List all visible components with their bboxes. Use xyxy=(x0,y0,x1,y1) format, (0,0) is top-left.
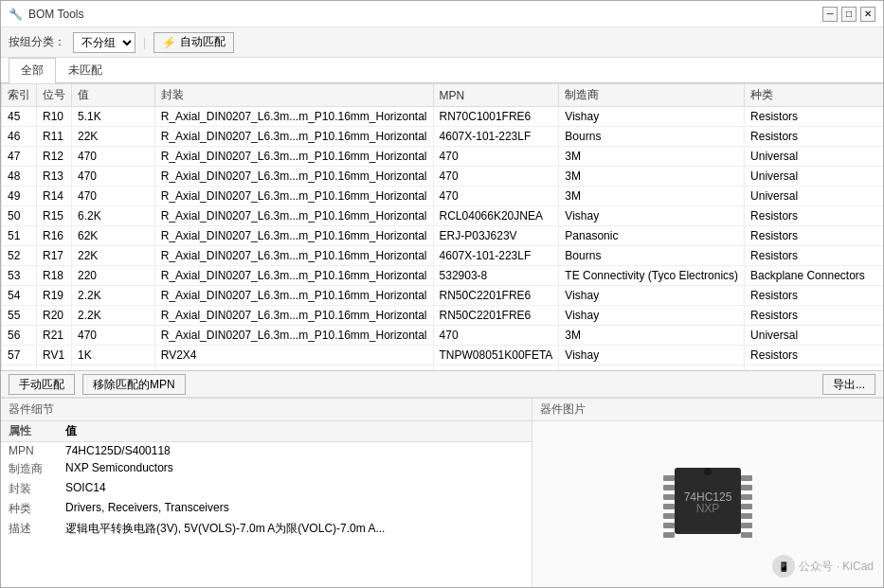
tab-unmatched[interactable]: 未匹配 xyxy=(56,58,115,82)
table-row[interactable]: 48R13470R_Axial_DIN0207_L6.3m...m_P10.16… xyxy=(2,167,884,187)
cell-mfr: 3M xyxy=(559,326,745,346)
cell-mfr: Vishay xyxy=(559,306,745,326)
table-row[interactable]: 57RV11KRV2X4TNPW08051K00FETAVishayResist… xyxy=(2,346,884,365)
cell-pkg: R_Axial_DIN0207_L6.3m...m_P10.16mm_Horiz… xyxy=(154,246,433,266)
cell-mfr: Vishay xyxy=(559,346,745,365)
cell-mfr: 3M xyxy=(559,147,745,167)
cell-mpn: 532903-8 xyxy=(433,266,559,286)
cell-idx: 51 xyxy=(2,226,37,246)
tabs-bar: 全部 未匹配 xyxy=(1,58,883,83)
cell-ref: R20 xyxy=(37,306,72,326)
cell-val: 22K xyxy=(72,246,155,266)
watermark: 📱 公众号 · KiCad xyxy=(772,555,874,578)
table-row[interactable]: 49R14470R_Axial_DIN0207_L6.3m...m_P10.16… xyxy=(2,187,884,206)
table-row[interactable]: 51R1662KR_Axial_DIN0207_L6.3m...m_P10.16… xyxy=(2,226,884,246)
cell-mpn: RN50C2201FRE6 xyxy=(433,306,559,326)
remove-match-button[interactable]: 移除匹配的MPN xyxy=(82,374,186,395)
main-content: 索引 位号 值 封装 MPN 制造商 种类 45R105.1KR_Axial_D… xyxy=(1,83,883,587)
detail-row: MPN74HC125D/S400118 xyxy=(1,442,532,460)
group-select[interactable]: 不分组 xyxy=(73,32,135,53)
cell-pkg: R_Axial_DIN0207_L6.3m...m_P10.16mm_Horiz… xyxy=(154,226,433,246)
cell-pkg: R_Axial_DIN0207_L6.3m...m_P10.16mm_Horiz… xyxy=(154,206,433,226)
maximize-button[interactable]: □ xyxy=(841,7,857,22)
svg-rect-9 xyxy=(741,485,752,490)
cell-val: 2.2K xyxy=(72,306,155,326)
manual-match-button[interactable]: 手动匹配 xyxy=(9,374,75,395)
table-row[interactable]: 45R105.1KR_Axial_DIN0207_L6.3m...m_P10.1… xyxy=(2,107,884,127)
wm-icon: 📱 xyxy=(772,555,795,578)
minimize-button[interactable]: ─ xyxy=(822,7,838,22)
window-icon: 🔧 xyxy=(9,8,23,21)
cell-val: 62K xyxy=(72,226,155,246)
detail-prop-name: 制造商 xyxy=(1,459,58,479)
detail-prop-name: 封装 xyxy=(1,479,58,499)
cell-val: 1K xyxy=(72,346,155,365)
cell-mpn: 470 xyxy=(433,187,559,206)
table-row[interactable]: 56R21470R_Axial_DIN0207_L6.3m...m_P10.16… xyxy=(2,326,884,346)
cell-mfr: 3M xyxy=(559,187,745,206)
detail-prop-value: Drivers, Receivers, Transceivers xyxy=(58,499,532,519)
auto-match-icon: ⚡ xyxy=(162,36,176,49)
detail-right: 器件图片 xyxy=(532,399,883,587)
cell-mfr: Panasonic xyxy=(559,226,745,246)
cell-ref: R18 xyxy=(37,266,72,286)
col-header-cat: 种类 xyxy=(745,84,883,107)
auto-match-button[interactable]: ⚡ 自动匹配 xyxy=(153,32,234,53)
detail-prop-name: MPN xyxy=(1,442,58,460)
tab-all[interactable]: 全部 xyxy=(9,58,56,83)
detail-prop-value: 74HC125D/S400118 xyxy=(58,442,532,460)
table-row[interactable]: 50R156.2KR_Axial_DIN0207_L6.3m...m_P10.1… xyxy=(2,206,884,226)
cell-pkg: R_Axial_DIN0207_L6.3m...m_P10.16mm_Horiz… xyxy=(154,266,433,286)
svg-rect-10 xyxy=(741,494,752,500)
cell-mpn: 470 xyxy=(433,326,559,346)
cell-pkg: RV2X4 xyxy=(154,346,433,365)
cell-pkg: R_Axial_DIN0207_L6.3m...m_P10.16mm_Horiz… xyxy=(154,306,433,326)
cell-mpn: RN50C2201FRE6 xyxy=(433,286,559,306)
detail-row: 制造商NXP Semiconductors xyxy=(1,459,532,479)
cell-idx: 45 xyxy=(2,107,37,127)
cell-ref: R19 xyxy=(37,286,72,306)
detail-prop-value: NXP Semiconductors xyxy=(58,459,532,479)
col-header-mfr: 制造商 xyxy=(559,84,745,107)
cell-cat: Resistors xyxy=(745,306,883,326)
table-row[interactable]: 46R1122KR_Axial_DIN0207_L6.3m...m_P10.16… xyxy=(2,127,884,147)
cell-ref: RV1 xyxy=(37,346,72,365)
svg-point-15 xyxy=(704,468,712,475)
cell-val: 470 xyxy=(72,147,155,167)
separator: | xyxy=(143,36,146,49)
cell-mfr: Vishay xyxy=(559,206,745,226)
detail-row: 种类Drivers, Receivers, Transceivers xyxy=(1,499,532,519)
cell-pkg: R_Axial_DIN0207_L6.3m...m_P10.16mm_Horiz… xyxy=(154,187,433,206)
detail-prop-value: SOIC14 xyxy=(58,479,532,499)
title-bar: 🔧 BOM Tools ─ □ ✕ xyxy=(1,1,883,27)
cell-idx: 56 xyxy=(2,326,37,346)
watermark-text: 公众号 · KiCad xyxy=(799,559,874,575)
cell-mfr: Bourns xyxy=(559,127,745,147)
cell-ref: R10 xyxy=(37,107,72,127)
close-button[interactable]: ✕ xyxy=(860,7,875,22)
cell-ref: R16 xyxy=(37,226,72,246)
export-button[interactable]: 导出... xyxy=(822,374,875,395)
table-row[interactable]: 53R18220R_Axial_DIN0207_L6.3m...m_P10.16… xyxy=(2,266,884,286)
cell-val: 220 xyxy=(72,266,155,286)
svg-rect-4 xyxy=(663,504,675,509)
detail-prop-value: 值 xyxy=(58,421,532,442)
cell-cat: Resistors xyxy=(745,107,883,127)
table-area[interactable]: 索引 位号 值 封装 MPN 制造商 种类 45R105.1KR_Axial_D… xyxy=(1,83,883,371)
cell-ref: R11 xyxy=(37,127,72,147)
detail-row: 属性值 xyxy=(1,421,532,442)
cell-cat: Backplane Connectors xyxy=(745,266,883,286)
svg-text:NXP: NXP xyxy=(696,502,720,515)
cell-idx: 50 xyxy=(2,206,37,226)
table-row[interactable]: 55R202.2KR_Axial_DIN0207_L6.3m...m_P10.1… xyxy=(2,306,884,326)
cell-val: 470 xyxy=(72,167,155,187)
table-row[interactable]: 52R1722KR_Axial_DIN0207_L6.3m...m_P10.16… xyxy=(2,246,884,266)
table-row[interactable]: 47R12470R_Axial_DIN0207_L6.3m...m_P10.16… xyxy=(2,147,884,167)
cell-mpn: TNPW08051K00FETA xyxy=(433,346,559,365)
cell-pkg: R_Axial_DIN0207_L6.3m...m_P10.16mm_Horiz… xyxy=(154,127,433,147)
bottom-toolbar: 手动匹配 移除匹配的MPN 导出... xyxy=(1,371,883,398)
col-header-mpn: MPN xyxy=(433,84,559,107)
cell-idx: 46 xyxy=(2,127,37,147)
cell-val: 470 xyxy=(72,187,155,206)
table-row[interactable]: 54R192.2KR_Axial_DIN0207_L6.3m...m_P10.1… xyxy=(2,286,884,306)
